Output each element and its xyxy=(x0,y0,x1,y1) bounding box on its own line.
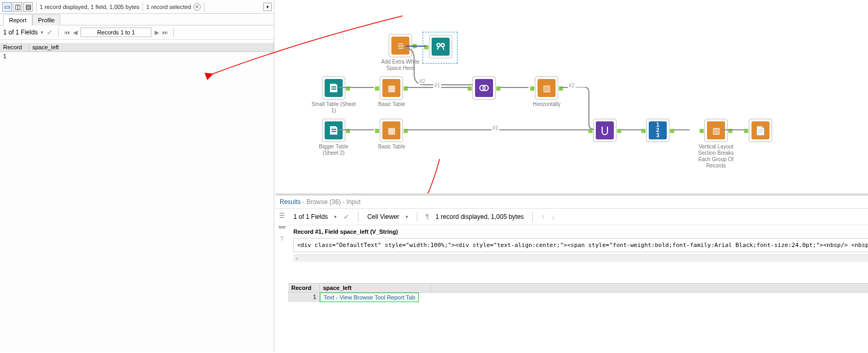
node-label: Small Table (Sheet 1) xyxy=(311,101,356,114)
workflow-canvas[interactable]: ≣ Add Extra White Space Here Small Table… xyxy=(275,0,868,193)
node-input-bigger[interactable]: Bigger Table (Sheet 2) xyxy=(311,119,356,156)
scrollbar[interactable]: ‹ xyxy=(293,254,868,262)
next-record-icon[interactable]: ▶ xyxy=(155,29,159,36)
results-subtitle: - Browse (36) - Input xyxy=(302,198,360,206)
cell-space_left[interactable]: Text - View Browse Tool Report Tab xyxy=(320,293,419,302)
recordid-tool-icon: 123 xyxy=(649,121,667,139)
fields-dropdown-icon[interactable]: ▾ xyxy=(334,214,337,219)
node-union[interactable] xyxy=(593,119,616,142)
node-layout-horizontal[interactable]: ▥ Horizontally xyxy=(533,76,560,108)
connection xyxy=(339,129,374,130)
node-label: Basic Table xyxy=(378,144,405,150)
first-record-icon[interactable]: ⏮ xyxy=(64,29,70,36)
col-space_left[interactable]: space_left xyxy=(320,284,431,292)
anchor-label: #1 xyxy=(433,83,441,89)
col-space_left[interactable]: space_left xyxy=(29,43,274,51)
list-icon[interactable]: ☰ xyxy=(279,212,285,219)
node-label: Bigger Table (Sheet 2) xyxy=(311,144,356,156)
anchor-label: #1 xyxy=(491,125,499,131)
paragraph-icon[interactable]: ¶ xyxy=(426,213,429,220)
search-box[interactable]: 🔍 Search xyxy=(561,213,868,220)
svg-point-1 xyxy=(441,43,444,47)
node-recordid[interactable]: 123 xyxy=(646,119,669,142)
help-icon[interactable]: ? xyxy=(280,235,284,243)
table-tool-icon: ▦ xyxy=(382,79,400,97)
connection xyxy=(560,87,594,130)
results-toolbar: 1 of 1 Fields ▾ ✔ Cell Viewer ▾ ¶ 1 reco… xyxy=(288,209,868,225)
results-status: 1 record displayed, 1,005 bytes xyxy=(435,213,524,220)
tab-profile[interactable]: Profile xyxy=(32,14,60,25)
right-pane: ≣ Add Extra White Space Here Small Table… xyxy=(275,0,868,352)
anchor-label: #2 xyxy=(418,78,426,84)
cell-record: 1 xyxy=(0,52,29,60)
svg-rect-9 xyxy=(332,131,336,132)
connection xyxy=(674,129,690,130)
node-table-basic2[interactable]: ▦ Basic Table xyxy=(378,119,405,150)
scroll-left-icon[interactable]: ‹ xyxy=(293,255,301,261)
apply-icon[interactable]: ✔ xyxy=(47,28,53,37)
node-render[interactable]: 📄 xyxy=(749,119,772,142)
node-label: Vertical Layout Section Breaks Each Grou… xyxy=(694,144,738,169)
svg-rect-4 xyxy=(332,86,336,87)
cell-viewer-label: Cell Viewer xyxy=(367,213,399,220)
prev-record-icon[interactable]: ◀ xyxy=(73,29,77,36)
field-nav-bar: 1 of 1 Fields ▾ ✔ ⏮ ◀ Records 1 to 1 ▶ ⏭ xyxy=(0,25,274,40)
binoculars-icon[interactable]: 👓 xyxy=(278,224,286,231)
cell-record: 1 xyxy=(288,293,320,302)
fields-dropdown-icon[interactable]: ▾ xyxy=(41,30,43,35)
down-arrow-icon[interactable]: ↓ xyxy=(551,213,555,221)
results-title: Results xyxy=(280,198,301,206)
node-layout-vertical[interactable]: ▥ Vertical Layout Section Breaks Each Gr… xyxy=(694,119,738,169)
input-tool-icon xyxy=(325,79,343,97)
svg-rect-8 xyxy=(332,129,336,130)
last-record-icon[interactable]: ⏭ xyxy=(162,29,168,36)
connection xyxy=(500,87,529,88)
layout-tool-icon: ▥ xyxy=(538,79,556,97)
node-join[interactable] xyxy=(472,76,496,100)
node-label: Horizontally xyxy=(533,101,560,108)
cell-header: Record #1, Field space_left (V_String) xyxy=(288,225,868,238)
node-label: Basic Table xyxy=(378,101,405,108)
svg-point-0 xyxy=(437,43,440,47)
layout-btn-1[interactable]: ▭ xyxy=(2,2,12,12)
cellviewer-dropdown-icon[interactable]: ▾ xyxy=(406,214,408,219)
col-record[interactable]: Record xyxy=(288,284,320,292)
tab-report[interactable]: Report xyxy=(3,14,32,25)
results-sidebar: ☰ 👓 ? xyxy=(275,209,288,302)
node-table-basic1[interactable]: ▦ Basic Table xyxy=(378,76,405,108)
clear-selection-icon[interactable]: ✕ xyxy=(193,3,201,11)
apply-icon[interactable]: ✔ xyxy=(343,213,350,221)
up-arrow-icon[interactable]: ↑ xyxy=(541,213,545,221)
left-tabs: Report Profile xyxy=(0,14,274,25)
results-pane: Results - Browse (36) - Input ☰ 👓 ? 1 of… xyxy=(275,193,868,352)
connection xyxy=(404,48,475,88)
connection xyxy=(621,129,642,130)
records-range[interactable]: Records 1 to 1 xyxy=(80,28,151,37)
join-tool-icon xyxy=(475,79,493,97)
render-tool-icon: 📄 xyxy=(751,121,769,139)
results-header: Results - Browse (36) - Input xyxy=(275,196,868,209)
layout-tool-icon: ▥ xyxy=(707,121,725,139)
table-tool-icon: ▦ xyxy=(382,121,400,139)
anchor-label: #2 xyxy=(568,83,576,89)
cell-content-viewer[interactable]: <div class="DefaultText" style="width:10… xyxy=(293,238,868,252)
input-tool-icon xyxy=(325,121,343,139)
left-table-header: Record space_left xyxy=(0,43,274,52)
left-browse-pane: ▭ ◫ ▤ 1 record displayed, 1 field, 1,005… xyxy=(0,0,274,352)
connection xyxy=(339,87,374,88)
svg-rect-5 xyxy=(332,89,336,90)
record-status: 1 record displayed, 1 field, 1,005 bytes xyxy=(40,4,139,10)
selection-status: 1 record selected xyxy=(146,4,191,10)
left-toolbar: ▭ ◫ ▤ 1 record displayed, 1 field, 1,005… xyxy=(0,0,274,14)
node-input-small[interactable]: Small Table (Sheet 1) xyxy=(311,76,356,114)
cell-space_left xyxy=(29,52,35,60)
left-table-row[interactable]: 1 xyxy=(0,52,274,60)
connection xyxy=(406,46,426,47)
layout-btn-2[interactable]: ◫ xyxy=(13,2,22,12)
col-record[interactable]: Record xyxy=(0,43,29,51)
table-row[interactable]: 1 Text - View Browse Tool Report Tab xyxy=(288,293,868,302)
options-dropdown-icon[interactable]: ▾ xyxy=(263,3,272,11)
results-table: Record space_left 1 Text - View Browse T… xyxy=(288,283,868,302)
layout-btn-3[interactable]: ▤ xyxy=(23,2,33,12)
fields-count: 1 of 1 Fields xyxy=(3,29,38,36)
